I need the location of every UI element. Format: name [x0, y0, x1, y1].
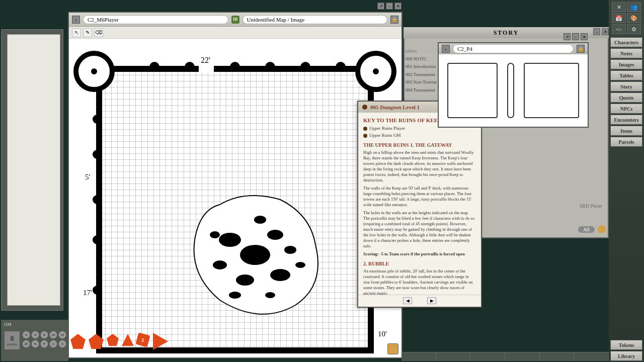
right-sidebar: ✕ 👥 📅 🎨 +/- ⚙ Characters Notes Images Ta…	[609, 0, 644, 362]
d4-button[interactable]: 4	[22, 331, 30, 339]
article-scoring: Scoring: -5 to Team score if the portcul…	[363, 251, 476, 257]
dim-right: 10'	[378, 330, 387, 338]
c2p4-back-icon[interactable]: ‹	[442, 45, 450, 53]
filter-toggle-icon[interactable]	[598, 225, 606, 233]
palette-icon[interactable]: 🎨	[627, 13, 641, 23]
filter-all[interactable]: All	[578, 226, 595, 233]
link-icon	[363, 134, 367, 138]
story-close-icon[interactable]: ✕	[602, 28, 609, 35]
link-icon	[363, 127, 367, 131]
sidebar-notes[interactable]: Notes	[610, 48, 642, 58]
close-icon[interactable]: ✕	[612, 2, 626, 12]
die-d12[interactable]	[89, 334, 104, 349]
zoom-icon[interactable]: +/-	[612, 24, 626, 34]
sidebar-npcs[interactable]: NPCs	[610, 104, 642, 114]
die-d6[interactable]: 5	[135, 332, 150, 347]
svg-point-27	[229, 292, 241, 299]
chapter-item[interactable]: 003 Non-Tournament	[406, 78, 437, 86]
sidebar-characters[interactable]: Characters	[610, 37, 642, 47]
article-subheading: 2. RUBBLE	[363, 260, 476, 267]
svg-point-24	[284, 246, 296, 254]
article-paragraph: High on a hilltop above the trees and mi…	[363, 150, 476, 183]
c2p4-minimize-icon[interactable]: –	[572, 33, 579, 40]
die-d8[interactable]	[107, 334, 119, 346]
d3-button[interactable]: 3	[58, 340, 66, 348]
map-back-icon[interactable]: ‹	[72, 16, 80, 24]
gm-label: GM	[4, 322, 12, 327]
article-nav: ◀ ▶	[358, 295, 481, 306]
map-titlebar[interactable]: ‹ C2_M6Player ID Unidentified Map / Imag…	[69, 13, 401, 27]
draw-tool-icon[interactable]: ✎	[83, 28, 92, 37]
sidebar-encounters[interactable]: Encounters	[610, 115, 642, 125]
svg-point-12	[93, 115, 102, 124]
chapter-item[interactable]: 001 Introduction	[406, 63, 437, 71]
sidebar-images[interactable]: Images	[610, 59, 642, 69]
svg-rect-17	[199, 66, 214, 73]
c2p4-name-field[interactable]: C2_P4	[453, 44, 574, 53]
svg-point-11	[336, 62, 346, 72]
d100-button[interactable]: %	[31, 340, 39, 348]
d2-button[interactable]: 2	[49, 340, 57, 348]
users-icon[interactable]: 👥	[627, 2, 641, 12]
d10-button[interactable]: 10	[49, 331, 57, 339]
modifier-box[interactable]: 0 Modifier	[4, 331, 20, 350]
map-name-field[interactable]: C2_M6Player	[83, 15, 228, 24]
svg-point-13	[93, 150, 102, 159]
die-d20[interactable]	[70, 334, 86, 349]
dim-left2: 17'	[83, 289, 92, 297]
sidebar-quests[interactable]: Quests	[610, 93, 642, 103]
svg-point-19	[240, 245, 270, 265]
article-paragraph: The holes in the walls are at the height…	[363, 210, 476, 249]
map-close-icon[interactable]: ✕	[394, 3, 401, 10]
chapter-item[interactable]: 002 Tournament	[406, 71, 437, 79]
map-share-icon[interactable]	[387, 343, 398, 354]
pin-icon[interactable]	[362, 105, 367, 110]
prev-page-icon[interactable]: ◀	[403, 297, 412, 304]
map-toolbar: ↖ ✎ ⌫	[69, 27, 401, 39]
timeline[interactable]	[401, 352, 609, 361]
article-window: 005 Dungeon Level 1 KEY TO THE RUINS OF …	[357, 101, 482, 308]
map-canvas[interactable]: 22' 5' 17' 10'	[69, 39, 401, 357]
d6-button[interactable]: 6	[31, 331, 39, 339]
frame-image-2	[524, 63, 579, 118]
chapter-item[interactable]: 004 Tournament	[406, 86, 437, 95]
dice-selector: 4 6 8 10 12 20 % F 2 3	[22, 331, 66, 348]
article-link[interactable]: Upper Ruins GM	[363, 133, 476, 139]
dim-left1: 5'	[85, 173, 91, 181]
df-button[interactable]: F	[40, 340, 48, 348]
sidebar-tables[interactable]: Tables	[610, 70, 642, 80]
map-subtitle-field[interactable]: Unidentified Map / Image	[243, 15, 388, 24]
sidebar-items[interactable]: Items	[610, 126, 642, 136]
next-page-icon[interactable]: ▶	[427, 297, 436, 304]
map-popout-icon[interactable]: ↗	[377, 3, 384, 10]
d20-button[interactable]: 20	[22, 340, 30, 348]
map-minimize-icon[interactable]: –	[386, 3, 393, 10]
d12-button[interactable]: 12	[58, 331, 66, 339]
c2p4-close-icon[interactable]: ✕	[581, 33, 588, 40]
c2p4-popout-icon[interactable]: ↗	[564, 33, 571, 40]
pointer-tool-icon[interactable]: ↖	[72, 28, 81, 37]
map-lock-icon[interactable]: 🔒	[390, 16, 398, 24]
sidebar-story[interactable]: Story	[610, 81, 642, 92]
c2p4-titlebar[interactable]: ‹ C2_P4 🔒	[439, 43, 588, 54]
svg-point-8	[230, 62, 240, 72]
c2p4-content[interactable]	[439, 54, 588, 127]
frame-divider	[507, 63, 514, 118]
svg-point-29	[295, 262, 305, 268]
sidebar-parcels[interactable]: Parcels	[610, 137, 642, 147]
story-minimize-icon[interactable]: –	[593, 28, 600, 35]
svg-point-25	[210, 231, 220, 238]
calendar-icon[interactable]: 📅	[612, 13, 626, 23]
sidebar-tokens[interactable]: Tokens	[610, 340, 642, 350]
gear-icon[interactable]: ⚙	[627, 24, 641, 34]
left-panel	[1, 29, 63, 311]
frame-image-1	[447, 63, 498, 118]
c2p4-lock-icon[interactable]: 🔒	[577, 45, 585, 53]
sidebar-library[interactable]: Library	[610, 351, 642, 361]
d8-button[interactable]: 8	[40, 331, 48, 339]
chapter-item[interactable]: 000 WOTC	[406, 55, 437, 63]
erase-tool-icon[interactable]: ⌫	[94, 28, 103, 37]
die-d4b[interactable]	[153, 333, 168, 350]
svg-point-15	[93, 235, 102, 244]
die-d4[interactable]	[122, 334, 134, 346]
